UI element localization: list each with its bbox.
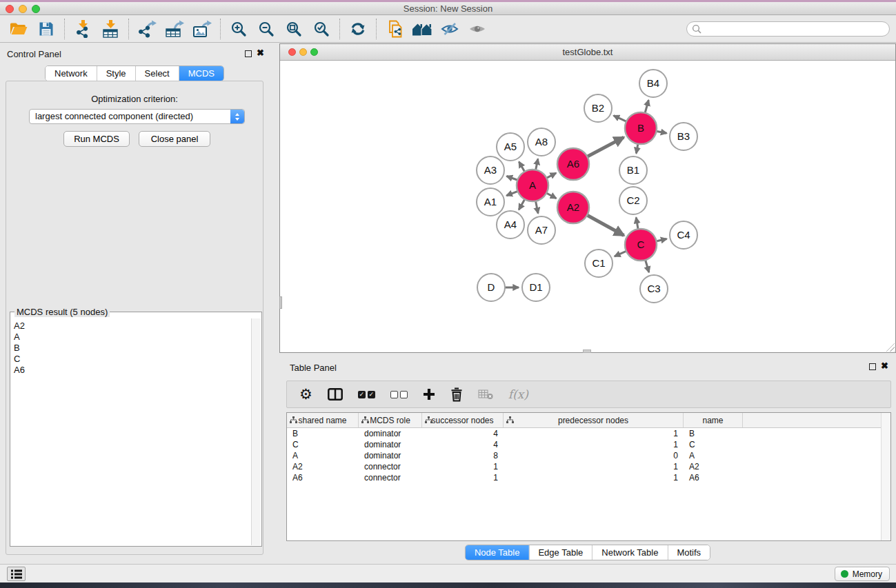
optimization-criterion-select[interactable]: largest connected component (directed) bbox=[29, 109, 245, 124]
table-cell[interactable]: C bbox=[287, 439, 359, 450]
network-canvas[interactable]: B4B2BB3A8A5A6A3B1AA1C2A2A4A7C4CC1C3DD1 bbox=[280, 61, 895, 352]
delete-column-icon[interactable] bbox=[450, 387, 463, 402]
zoom-out-button[interactable] bbox=[252, 17, 280, 41]
table-cell[interactable]: 1 bbox=[422, 472, 504, 483]
float-table-panel-icon[interactable] bbox=[869, 363, 876, 370]
graph-node-B2[interactable]: B2 bbox=[584, 94, 612, 122]
table-cell[interactable]: 1 bbox=[422, 461, 504, 472]
table-cell[interactable]: dominator bbox=[359, 450, 422, 461]
graph-node-C3[interactable]: C3 bbox=[640, 275, 668, 303]
table-scrollbar[interactable] bbox=[881, 413, 890, 540]
table-cell[interactable]: A6 bbox=[684, 472, 743, 483]
mcds-list-scrollbar[interactable] bbox=[251, 318, 261, 545]
zoom-in-button[interactable] bbox=[225, 17, 252, 41]
table-cell[interactable]: connector bbox=[359, 461, 422, 472]
tab-mcds[interactable]: MCDS bbox=[179, 66, 223, 81]
table-cell[interactable]: 1 bbox=[504, 439, 684, 450]
table-row[interactable]: A2connector11A2 bbox=[287, 461, 881, 472]
close-table-panel-icon[interactable]: ✖ bbox=[881, 361, 888, 372]
graph-node-A8[interactable]: A8 bbox=[528, 128, 555, 156]
tab-node-table[interactable]: Node Table bbox=[466, 545, 529, 560]
table-cell[interactable]: 0 bbox=[504, 450, 684, 461]
zoom-selected-button[interactable] bbox=[308, 17, 335, 41]
tab-network[interactable]: Network bbox=[46, 66, 97, 81]
table-cell[interactable]: 4 bbox=[422, 439, 504, 450]
column-header-shared-name[interactable]: shared name bbox=[287, 413, 359, 427]
left-resize-handle[interactable] bbox=[279, 296, 282, 309]
column-header-name[interactable]: name bbox=[684, 413, 743, 427]
graph-node-A2[interactable]: A2 bbox=[557, 192, 589, 223]
save-session-button[interactable] bbox=[32, 17, 60, 41]
table-cell[interactable]: A bbox=[684, 450, 743, 461]
tab-motifs[interactable]: Motifs bbox=[667, 545, 710, 560]
export-image-button[interactable] bbox=[188, 17, 216, 41]
table-settings-gear-icon[interactable]: ⚙ bbox=[299, 387, 312, 401]
run-mcds-button[interactable]: Run MCDS bbox=[63, 131, 130, 147]
table-cell[interactable]: connector bbox=[359, 472, 422, 483]
tab-style[interactable]: Style bbox=[97, 66, 135, 81]
graph-node-A3[interactable]: A3 bbox=[477, 156, 504, 184]
graph-node-C1[interactable]: C1 bbox=[585, 250, 613, 277]
select-all-icon[interactable]: ✓✓ bbox=[358, 391, 375, 398]
first-neighbors-button[interactable] bbox=[408, 17, 436, 41]
graph-node-B[interactable]: B bbox=[625, 112, 657, 144]
tab-select[interactable]: Select bbox=[135, 66, 179, 81]
table-row[interactable]: A6connector11A6 bbox=[287, 472, 881, 483]
bottom-resize-handle[interactable] bbox=[583, 349, 591, 353]
show-all-button[interactable] bbox=[464, 17, 491, 41]
column-header-successor-nodes[interactable]: successor nodes bbox=[422, 413, 504, 427]
export-table-button[interactable] bbox=[161, 17, 188, 41]
table-cell[interactable]: 1 bbox=[504, 472, 684, 483]
search-input[interactable] bbox=[686, 21, 890, 37]
refresh-button[interactable] bbox=[344, 17, 372, 41]
table-cell[interactable]: C bbox=[684, 439, 743, 450]
graph-node-A1[interactable]: A1 bbox=[477, 188, 504, 216]
graph-node-A7[interactable]: A7 bbox=[528, 216, 555, 244]
memory-button[interactable]: Memory bbox=[835, 567, 890, 581]
close-panel-icon[interactable]: ✖ bbox=[257, 48, 264, 59]
graph-node-A6[interactable]: A6 bbox=[557, 148, 589, 180]
table-row[interactable]: Cdominator41C bbox=[287, 439, 881, 450]
close-panel-button[interactable]: Close panel bbox=[139, 131, 210, 147]
network-window-titlebar[interactable]: testGlobe.txt bbox=[280, 44, 895, 61]
graph-node-B1[interactable]: B1 bbox=[619, 156, 647, 184]
graph-node-A[interactable]: A bbox=[517, 170, 548, 201]
import-table-button[interactable] bbox=[97, 17, 124, 41]
mcds-result-item[interactable]: C bbox=[14, 354, 251, 365]
graph-node-A4[interactable]: A4 bbox=[497, 211, 524, 239]
copy-network-button[interactable] bbox=[381, 17, 408, 41]
add-column-icon[interactable] bbox=[423, 388, 435, 401]
float-panel-icon[interactable] bbox=[245, 50, 252, 57]
mcds-result-item[interactable]: A2 bbox=[14, 321, 251, 332]
mcds-result-item[interactable]: A6 bbox=[14, 365, 251, 376]
table-cell[interactable]: dominator bbox=[359, 439, 422, 450]
table-cell[interactable]: dominator bbox=[359, 428, 422, 439]
graph-node-C[interactable]: C bbox=[625, 229, 657, 261]
graph-node-C4[interactable]: C4 bbox=[670, 221, 697, 249]
task-history-button[interactable] bbox=[7, 567, 26, 581]
import-network-button[interactable] bbox=[69, 17, 97, 41]
table-cell[interactable]: A2 bbox=[287, 461, 359, 472]
table-cell[interactable]: A6 bbox=[287, 472, 359, 483]
tab-network-table[interactable]: Network Table bbox=[592, 545, 667, 560]
graph-node-C2[interactable]: C2 bbox=[619, 187, 647, 214]
graph-node-D[interactable]: D bbox=[477, 274, 505, 301]
show-columns-icon[interactable] bbox=[328, 388, 343, 401]
open-session-button[interactable] bbox=[5, 17, 32, 41]
table-row[interactable]: Adominator80A bbox=[287, 450, 881, 461]
graph-node-B3[interactable]: B3 bbox=[670, 123, 697, 150]
mcds-result-item[interactable]: A bbox=[14, 332, 251, 343]
column-header-predecessor-nodes[interactable]: predecessor nodes bbox=[504, 413, 684, 427]
graph-node-B4[interactable]: B4 bbox=[639, 70, 667, 97]
table-row[interactable]: Bdominator41B bbox=[287, 428, 881, 439]
table-cell[interactable]: B bbox=[684, 428, 743, 439]
zoom-fit-button[interactable] bbox=[280, 17, 308, 41]
table-cell[interactable]: 4 bbox=[422, 428, 504, 439]
graph-node-D1[interactable]: D1 bbox=[522, 274, 550, 301]
table-cell[interactable]: B bbox=[287, 428, 359, 439]
unselect-all-icon[interactable] bbox=[390, 391, 408, 398]
export-network-button[interactable] bbox=[133, 17, 161, 41]
mcds-result-item[interactable]: B bbox=[14, 343, 251, 354]
table-cell[interactable]: A2 bbox=[684, 461, 743, 472]
tab-edge-table[interactable]: Edge Table bbox=[528, 545, 592, 560]
